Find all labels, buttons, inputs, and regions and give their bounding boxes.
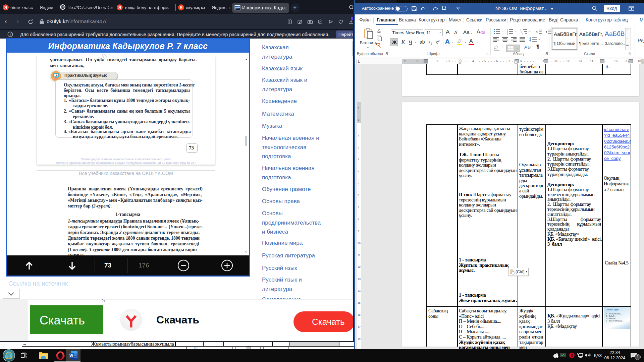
- svg-text:3: 3: [507, 33, 508, 35]
- svg-text:W: W: [70, 354, 73, 358]
- svg-text:i: i: [522, 33, 523, 35]
